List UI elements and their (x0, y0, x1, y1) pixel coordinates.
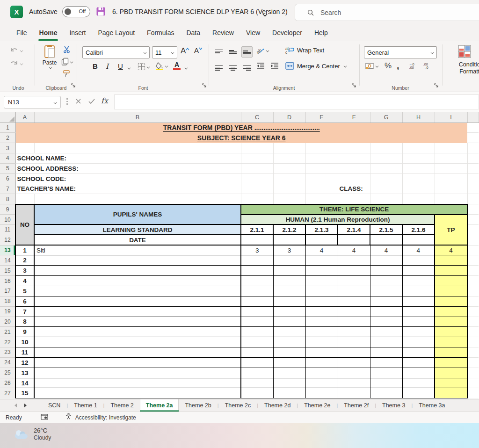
score-cell[interactable]: 3 (241, 245, 273, 255)
pupil-name-cell[interactable] (34, 357, 241, 368)
score-cell[interactable]: 4 (305, 245, 338, 255)
align-top-icon[interactable] (213, 46, 225, 58)
menu-tab-help[interactable]: Help (308, 26, 334, 40)
score-cell[interactable] (273, 276, 305, 286)
weather-widget[interactable]: 26°C Cloudy (13, 427, 51, 441)
pupil-name-cell[interactable] (34, 306, 241, 317)
no-cell[interactable]: 7 (15, 306, 34, 317)
score-cell[interactable] (241, 276, 273, 286)
row-header-23[interactable]: 23 (0, 347, 15, 358)
score-cell[interactable] (273, 286, 305, 296)
pupils-names-header-cell[interactable]: PUPILS' NAMES (34, 204, 241, 225)
no-cell[interactable]: 10 (15, 337, 34, 347)
tp-cell[interactable] (435, 337, 467, 347)
row-header-8[interactable]: 8 (0, 194, 15, 204)
tp-cell[interactable] (435, 286, 467, 296)
row-header-14[interactable]: 14 (0, 255, 15, 266)
score-cell[interactable] (241, 368, 273, 378)
score-cell[interactable] (241, 317, 273, 327)
score-cell[interactable] (402, 337, 435, 347)
underline-button[interactable]: U (118, 62, 123, 70)
document-title[interactable]: 6. PBD TRANSIT FORM SCIENCE DLP YEAR 6 (… (112, 8, 288, 15)
font-dialog-launcher-icon[interactable] (202, 81, 207, 90)
score-cell[interactable] (241, 388, 273, 398)
score-cell[interactable] (402, 357, 435, 368)
row-header-16[interactable]: 16 (0, 276, 15, 286)
score-cell[interactable] (402, 347, 435, 358)
column-header-H[interactable]: H (402, 112, 435, 123)
percent-style-icon[interactable]: % (385, 61, 392, 71)
enter-icon[interactable] (88, 98, 95, 107)
tab-scroll-right-icon[interactable] (24, 403, 27, 408)
no-cell[interactable]: 5 (15, 286, 34, 296)
pupil-name-cell[interactable] (34, 276, 241, 286)
column-header-A[interactable]: A (15, 112, 34, 123)
sheet-tab-theme-2c[interactable]: Theme 2c (219, 399, 257, 412)
score-cell[interactable] (370, 317, 402, 327)
sheet-tab-theme-2b[interactable]: Theme 2b (179, 399, 217, 412)
score-cell[interactable] (241, 286, 273, 296)
score-cell[interactable] (338, 357, 370, 368)
menu-tab-review[interactable]: Review (206, 26, 240, 40)
row-header-10[interactable]: 10 (0, 215, 15, 225)
score-cell[interactable] (241, 266, 273, 276)
row-header-3[interactable]: 3 (0, 143, 15, 153)
standard-code-cell[interactable]: 2.1.2 (273, 224, 305, 235)
score-cell[interactable] (241, 337, 273, 347)
row-header-19[interactable]: 19 (0, 306, 15, 317)
menu-tab-insert[interactable]: Insert (63, 26, 92, 40)
row-header-22[interactable]: 22 (0, 337, 15, 347)
score-cell[interactable]: 3 (273, 245, 305, 255)
increase-decimal-icon[interactable]: ←0.00 (409, 63, 414, 69)
standard-code-cell[interactable]: 2.1.6 (402, 224, 435, 235)
no-cell[interactable]: 14 (15, 378, 34, 388)
italic-button[interactable]: I (106, 62, 109, 71)
theme-header-cell[interactable]: THEME: LIFE SCIENCE (241, 204, 467, 215)
score-cell[interactable] (273, 337, 305, 347)
paste-button[interactable]: Paste (39, 44, 60, 69)
score-cell[interactable] (241, 296, 273, 306)
font-size-combo[interactable]: 11 (152, 46, 177, 58)
score-cell[interactable] (338, 306, 370, 317)
standard-code-cell[interactable]: 2.1.3 (305, 224, 338, 235)
score-cell[interactable] (370, 337, 402, 347)
fill-color-icon[interactable] (155, 62, 168, 70)
score-cell[interactable] (338, 255, 370, 266)
row-header-18[interactable]: 18 (0, 296, 15, 306)
align-middle-icon[interactable] (227, 46, 239, 58)
score-cell[interactable] (338, 378, 370, 388)
app-search-box[interactable]: Search (295, 4, 479, 21)
tp-cell[interactable] (435, 378, 467, 388)
tp-cell[interactable] (435, 306, 467, 317)
number-format-combo[interactable]: General (364, 46, 437, 58)
pupil-name-cell[interactable] (34, 317, 241, 327)
row-header-6[interactable]: 6 (0, 173, 15, 184)
row-header-12[interactable]: 12 (0, 235, 15, 245)
sheet-tab-theme-3a[interactable]: Theme 3a (413, 399, 451, 412)
score-cell[interactable] (241, 255, 273, 266)
sheet-tab-theme-2d[interactable]: Theme 2d (258, 399, 297, 412)
comma-style-icon[interactable]: , (397, 60, 399, 71)
title-chevron-down-icon[interactable] (262, 10, 268, 19)
row-header-9[interactable]: 9 (0, 204, 15, 215)
format-painter-icon[interactable] (63, 70, 71, 78)
row-header-2[interactable]: 2 (0, 133, 15, 143)
score-cell[interactable] (305, 327, 338, 337)
row-header-25[interactable]: 25 (0, 368, 15, 378)
score-cell[interactable] (273, 368, 305, 378)
score-cell[interactable] (338, 296, 370, 306)
score-cell[interactable] (241, 327, 273, 337)
align-center-icon[interactable] (227, 62, 239, 73)
score-cell[interactable] (305, 388, 338, 398)
row-header-1[interactable]: 1 (0, 123, 15, 133)
score-cell[interactable]: 4 (370, 245, 402, 255)
column-header-F[interactable]: F (338, 112, 370, 123)
no-cell[interactable]: 3 (15, 266, 34, 276)
score-cell[interactable] (402, 296, 435, 306)
score-cell[interactable] (402, 368, 435, 378)
undo-icon[interactable] (9, 46, 23, 54)
column-header-I[interactable]: I (435, 112, 467, 123)
insert-function-icon[interactable]: fx (101, 96, 108, 105)
score-cell[interactable] (305, 347, 338, 358)
score-cell[interactable] (370, 296, 402, 306)
